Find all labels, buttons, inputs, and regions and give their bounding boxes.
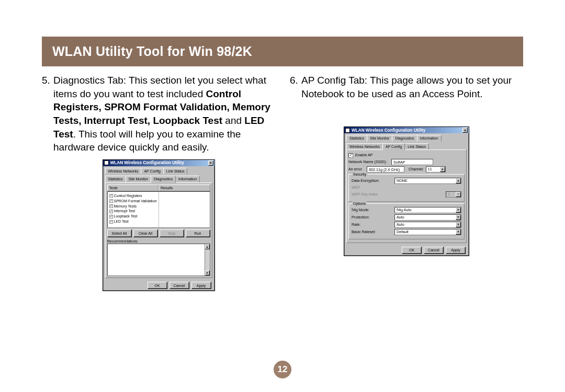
checkbox-icon	[109, 199, 113, 203]
test-label: Loopback Test	[114, 214, 138, 218]
checkbox-icon	[109, 210, 113, 213]
apply-button[interactable]: Apply	[191, 282, 211, 289]
g54-value: 54g Auto	[395, 207, 456, 213]
col-tests-header: Tests	[107, 185, 159, 191]
close-icon[interactable]: ×	[208, 160, 213, 166]
g54-select[interactable]: 54g Auto▼	[394, 207, 461, 213]
enable-ap-label: Enable AP	[355, 153, 373, 158]
tab-site-monitor[interactable]: Site Monitor	[367, 135, 392, 141]
channel-label: Channel:	[409, 167, 424, 172]
tab-link-status[interactable]: Link Status	[163, 168, 188, 174]
chk-led[interactable]: LED Test	[109, 219, 157, 224]
tab-site-monitor[interactable]: Site Monitor	[126, 176, 151, 182]
run-button[interactable]: Run	[186, 229, 210, 237]
win-apconfig: ▣ WLAN Wireless Configuration Utility × …	[344, 126, 469, 256]
checkbox-icon	[109, 215, 113, 218]
tab-wireless-networks[interactable]: Wireless Networks	[346, 143, 383, 149]
para-6-text: AP Config Tab: This page allows you to s…	[301, 74, 523, 100]
test-label: SPROM Format Validation	[114, 199, 157, 203]
rate-label: Rate:	[352, 222, 394, 227]
p5c: . This tool will help you to examine the…	[53, 129, 241, 153]
scroll-track[interactable]	[205, 249, 210, 270]
prot-select[interactable]: Auto▼	[394, 214, 461, 221]
page-number-badge: 12	[274, 361, 291, 378]
chevron-down-icon: ▼	[456, 192, 461, 197]
ssid-label: Network Name (SSID):	[348, 159, 391, 165]
chk-loopback[interactable]: Loopback Test	[109, 214, 157, 218]
tab-statistics[interactable]: Statistics	[105, 176, 126, 182]
results-col	[159, 192, 210, 227]
content-columns: 5. Diagnostics Tab: This section let you…	[42, 74, 523, 291]
col-results-header: Results	[159, 185, 210, 191]
checkbox-icon	[109, 220, 113, 224]
ssid-row: Network Name (SSID): SoftAP	[348, 159, 465, 165]
para-5-text: Diagnostics Tab: This section let you se…	[53, 74, 275, 154]
cancel-button[interactable]: Cancel	[170, 282, 189, 289]
tabs-row1: Wireless Networks AP Config Link Status	[103, 166, 214, 174]
figure-b-wrap: ▣ WLAN Wireless Configuration Utility × …	[290, 126, 523, 256]
prot-value: Auto	[395, 215, 456, 220]
test-label: LED Test	[114, 219, 129, 224]
chevron-down-icon: ▼	[456, 207, 461, 213]
checkbox-icon	[109, 204, 113, 208]
ok-button[interactable]: OK	[148, 282, 167, 289]
tab-ap-config[interactable]: AP Config	[141, 168, 163, 174]
recommendations-box[interactable]: ▲ ▼	[107, 244, 210, 276]
page-banner: WLAN Utility Tool for Win 98/2K	[42, 37, 523, 66]
channel-select[interactable]: 11▼	[426, 166, 446, 172]
checkbox-enable-ap[interactable]	[348, 153, 353, 158]
rate-row: Rate: Auto▼	[352, 222, 461, 228]
basic-select[interactable]: Default▼	[394, 229, 461, 235]
clear-all-button[interactable]: Clear All	[133, 229, 158, 237]
basic-label: Basic Rateset:	[352, 229, 394, 235]
titlebar: ▣ WLAN Wireless Configuration Utility ×	[344, 127, 469, 133]
ok-button[interactable]: OK	[402, 247, 422, 254]
stop-button[interactable]: Stop	[160, 229, 184, 237]
scrollbar[interactable]: ▲ ▼	[205, 244, 210, 275]
tab-diagnostics[interactable]: Diagnostics	[392, 135, 417, 141]
cancel-button[interactable]: Cancel	[424, 247, 444, 254]
tests-list[interactable]: Control Registers SPROM Format Validatio…	[107, 191, 210, 228]
title-text: WLAN Wireless Configuration Utility	[110, 160, 208, 166]
rate-select[interactable]: Auto▼	[394, 222, 461, 228]
titlebar: ▣ WLAN Wireless Configuration Utility ×	[103, 160, 214, 166]
enc-select[interactable]: NONE▼	[394, 178, 461, 184]
test-label: Memory Tests	[114, 204, 137, 209]
tab-information[interactable]: Information	[175, 176, 200, 182]
anerror-label: An error	[348, 167, 367, 172]
tab-ap-config[interactable]: AP Config	[382, 143, 405, 150]
chk-memory[interactable]: Memory Tests	[109, 204, 157, 209]
chk-interrupt[interactable]: Interrupt Test	[109, 209, 157, 213]
channel-value: 11	[426, 167, 440, 172]
win-diagnostics: ▣ WLAN Wireless Configuration Utility × …	[103, 159, 215, 292]
close-icon[interactable]: ×	[462, 128, 468, 133]
prot-label: Protection:	[352, 215, 394, 220]
checkbox-icon	[109, 194, 113, 198]
prot-row: Protection: Auto▼	[352, 214, 461, 221]
scroll-down-icon[interactable]: ▼	[205, 270, 210, 275]
tests-col: Control Registers SPROM Format Validatio…	[108, 192, 159, 227]
tabs-row1: Statistics Site Monitor Diagnostics Info…	[344, 133, 469, 141]
app-icon: ▣	[104, 160, 109, 165]
tab-statistics[interactable]: Statistics	[346, 135, 367, 141]
tests-header: Tests Results	[107, 185, 210, 191]
scroll-up-icon[interactable]: ▲	[205, 244, 210, 249]
g54-row: 54g Mode: 54g Auto▼	[352, 207, 461, 213]
options-legend: Options	[352, 201, 367, 206]
apconfig-pane: Enable AP Network Name (SSID): SoftAP An…	[346, 149, 467, 243]
ssid-input[interactable]: SoftAP	[391, 159, 433, 165]
select-all-button[interactable]: Select All	[107, 229, 132, 237]
apply-button[interactable]: Apply	[446, 247, 466, 254]
tab-diagnostics[interactable]: Diagnostics	[151, 176, 176, 182]
tab-link-status[interactable]: Link Status	[404, 143, 429, 149]
para-6: 6. AP Config Tab: This page allows you t…	[290, 74, 523, 100]
basic-value: Default	[395, 229, 456, 235]
anerror-value: 802.11g (2.4 GHz)	[367, 166, 404, 172]
tab-wireless-networks[interactable]: Wireless Networks	[105, 168, 142, 174]
test-label: Control Registers	[114, 193, 142, 198]
wepkey-select: 1▼	[446, 191, 461, 198]
list-number: 5.	[42, 74, 53, 154]
chk-sprom[interactable]: SPROM Format Validation	[109, 199, 157, 203]
tab-information[interactable]: Information	[417, 135, 442, 141]
chk-control-registers[interactable]: Control Registers	[109, 193, 157, 198]
